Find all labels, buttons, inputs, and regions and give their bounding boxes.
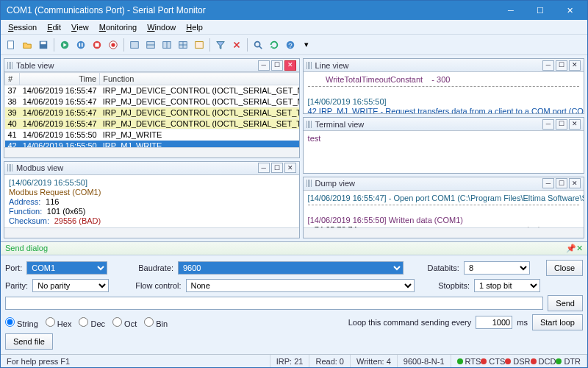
workspace: Table view─☐✕ # Time Function Direct... …: [1, 55, 587, 241]
view3-icon[interactable]: [159, 38, 174, 52]
svg-rect-0: [8, 40, 14, 49]
svg-point-20: [255, 41, 260, 46]
pane-close-icon[interactable]: ✕: [284, 60, 296, 71]
menu-window[interactable]: Window: [143, 21, 180, 33]
minimize-button[interactable]: ─: [496, 1, 526, 20]
view5-icon[interactable]: [192, 38, 207, 52]
view4-icon[interactable]: [176, 38, 190, 52]
close-icon[interactable]: ✕: [576, 244, 583, 253]
menu-help[interactable]: Help: [182, 21, 207, 33]
radio-bin[interactable]: Bin: [144, 317, 168, 328]
svg-text:?: ?: [288, 40, 292, 49]
svg-point-4: [77, 40, 85, 49]
view1-icon[interactable]: [127, 38, 142, 52]
table-row[interactable]: 4014/06/2019 16:55:47IRP_MJ_DEVICE_CONTR…: [5, 118, 299, 130]
pause-icon[interactable]: [74, 38, 88, 52]
databits-select[interactable]: 8: [464, 261, 530, 275]
refresh-icon[interactable]: [267, 38, 282, 52]
toolbar: ? ▾: [1, 35, 587, 55]
pane-title: Table view: [16, 61, 54, 70]
sendfile-button[interactable]: Send file: [5, 333, 53, 350]
new-icon[interactable]: [4, 38, 18, 52]
play-icon[interactable]: [57, 38, 72, 52]
parity-select[interactable]: No parity: [32, 279, 109, 292]
svg-point-10: [111, 43, 115, 46]
svg-rect-11: [131, 41, 139, 48]
format-radios: String Hex Dec Oct Bin: [5, 317, 168, 328]
pane-line: Line view─☐✕ WriteTotalTimeoutConstant -…: [303, 58, 584, 114]
record-icon[interactable]: [106, 38, 121, 52]
pane-modbus: Modbus view─☐✕ [14/06/2019 16:55:50] Mod…: [4, 161, 300, 238]
svg-line-21: [259, 46, 262, 49]
send-button[interactable]: Send: [548, 295, 583, 311]
flow-select[interactable]: None: [186, 279, 415, 292]
close-button[interactable]: Close: [546, 260, 583, 276]
close-button[interactable]: ✕: [555, 1, 584, 20]
pane-table: Table view─☐✕ # Time Function Direct... …: [4, 58, 300, 158]
svg-rect-8: [95, 43, 98, 46]
radio-string[interactable]: String: [5, 317, 38, 328]
save-icon[interactable]: [36, 38, 51, 52]
menu-session[interactable]: Session: [4, 21, 41, 33]
svg-rect-2: [41, 41, 46, 44]
table-row[interactable]: 4214/06/2019 16:55:50IRP_MJ_WRITEUP: [5, 141, 299, 147]
find-icon[interactable]: [251, 38, 265, 52]
modbus-content[interactable]: [14/06/2019 16:55:50] Modbus Request (CO…: [4, 175, 299, 227]
dropdown-icon[interactable]: ▾: [299, 38, 314, 52]
filter-icon[interactable]: [213, 38, 228, 52]
window-title: COM1 (Communications Port) - Serial Port…: [4, 5, 496, 15]
svg-rect-5: [79, 43, 80, 46]
view2-icon[interactable]: [143, 38, 158, 52]
radio-hex[interactable]: Hex: [46, 317, 72, 328]
stopbits-select[interactable]: 1 stop bit: [474, 279, 540, 292]
radio-oct[interactable]: Oct: [112, 317, 137, 328]
pin-icon[interactable]: 📌: [566, 244, 576, 253]
pane-min-icon[interactable]: ─: [258, 60, 270, 71]
clear-icon[interactable]: [229, 38, 244, 52]
open-icon[interactable]: [20, 38, 35, 52]
table[interactable]: # Time Function Direct... 3714/06/2019 1…: [4, 72, 299, 147]
send-input[interactable]: [5, 297, 543, 310]
pane-dump: Dump view─☐✕ [14/06/2019 16:55:47] - Ope…: [303, 177, 584, 239]
table-row[interactable]: 4114/06/2019 16:55:50IRP_MJ_WRITEDOWN: [5, 130, 299, 141]
pane-max-icon[interactable]: ☐: [271, 60, 283, 71]
radio-dec[interactable]: Dec: [79, 317, 105, 328]
port-select[interactable]: COM1: [26, 261, 107, 275]
svg-rect-6: [82, 43, 83, 46]
startloop-button[interactable]: Start loop: [532, 314, 583, 330]
maximize-button[interactable]: ☐: [526, 1, 555, 20]
help-icon[interactable]: ?: [283, 38, 298, 52]
svg-rect-19: [196, 41, 204, 48]
menu-edit[interactable]: Edit: [43, 21, 65, 33]
menubar: Session Edit View Monitoring Window Help: [1, 20, 587, 35]
table-row[interactable]: 3914/06/2019 16:55:47IRP_MJ_DEVICE_CONTR…: [5, 107, 299, 118]
stop-icon[interactable]: [90, 38, 104, 52]
menu-view[interactable]: View: [67, 21, 93, 33]
menu-monitoring[interactable]: Monitoring: [95, 21, 141, 33]
table-row[interactable]: 3714/06/2019 16:55:47IRP_MJ_DEVICE_CONTR…: [5, 85, 299, 96]
table-row[interactable]: 3814/06/2019 16:55:47IRP_MJ_DEVICE_CONTR…: [5, 96, 299, 107]
loop-interval[interactable]: [476, 316, 512, 329]
statusbar: For help press F1 IRP: 21 Read: 0 Writte…: [1, 354, 587, 367]
baud-select[interactable]: 9600: [178, 261, 404, 275]
pane-terminal: Terminal view─☐✕ test: [303, 117, 584, 173]
titlebar: COM1 (Communications Port) - Serial Port…: [1, 1, 587, 20]
send-dialog: Send dialog📌 ✕ Port: COM1 Baudrate: 9600…: [1, 241, 587, 354]
